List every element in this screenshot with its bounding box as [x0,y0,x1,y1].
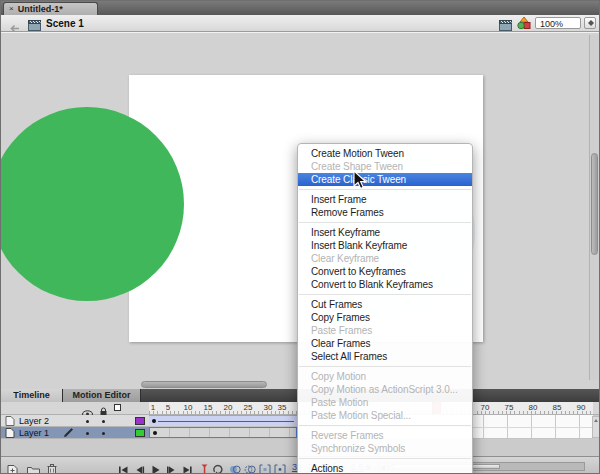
menu-item-cut-frames[interactable]: Cut Frames [298,298,472,311]
menu-item-remove-frames[interactable]: Remove Frames [298,206,472,219]
layer2-color-swatch[interactable] [135,417,145,425]
ruler-label-80: 80 [529,403,538,412]
menu-item-convert-to-keyframes[interactable]: Convert to Keyframes [298,265,472,278]
ruler-label-20: 20 [224,403,233,412]
ruler-label-75: 75 [505,403,514,412]
menu-separator [299,294,471,295]
menu-separator [299,366,471,367]
ruler-label-10: 10 [184,403,193,412]
onion-skin-icon[interactable] [229,461,241,474]
layer1-visible-dot[interactable] [86,432,89,435]
menu-separator [299,425,471,426]
ruler-label-90: 90 [577,403,586,412]
menu-item-copy-motion-as-actionscript-3-0: Copy Motion as ActionScript 3.0... [298,383,472,396]
zoom-level-field[interactable]: 100% [535,17,581,29]
stage-vertical-scrollbar[interactable] [589,35,599,380]
menu-separator [299,222,471,223]
frame-context-menu: Create Motion TweenCreate Shape TweenCre… [297,143,473,474]
empty-frame-grid[interactable] [473,415,593,439]
page-icon [5,428,15,440]
menu-item-insert-keyframe[interactable]: Insert Keyframe [298,226,472,239]
menu-item-insert-blank-keyframe[interactable]: Insert Blank Keyframe [298,239,472,252]
menu-item-create-shape-tween: Create Shape Tween [298,160,472,173]
tab-motion-editor[interactable]: Motion Editor [63,389,141,402]
menu-item-create-motion-tween[interactable]: Create Motion Tween [298,147,472,160]
stage-horizontal-scrollbar[interactable] [11,381,581,388]
layer1-selected-span[interactable] [149,427,297,438]
ruler-label-30: 30 [264,403,273,412]
menu-item-copy-frames[interactable]: Copy Frames [298,311,472,324]
ruler-label-85: 85 [553,403,562,412]
stage-vertical-scroll-thumb[interactable] [591,153,598,255]
play-icon[interactable] [150,461,161,474]
document-title: Untitled-1* [18,4,63,14]
timeline-vertical-scrollbar[interactable] [592,416,600,438]
menu-item-clear-frames[interactable]: Clear Frames [298,337,472,350]
cursor-icon [353,170,367,195]
ruler-label-15: 15 [204,403,213,412]
loop-icon[interactable] [212,461,224,474]
document-tab[interactable]: × Untitled-1* [3,2,98,15]
ruler-label-35: 35 [278,403,287,412]
ruler-label-5: 5 [166,403,170,412]
menu-item-paste-motion-special: Paste Motion Special... [298,409,472,422]
tween-line [158,421,294,422]
stage-horizontal-scroll-thumb[interactable] [141,381,267,388]
layer2-name-cell[interactable]: Layer 2 [1,415,149,427]
menu-item-reverse-frames: Reverse Frames [298,429,472,442]
scene-name: Scene 1 [46,18,84,29]
delete-layer-icon[interactable] [47,461,57,474]
ruler-label-25: 25 [244,403,253,412]
new-layer-icon[interactable] [7,461,19,474]
menu-item-insert-frame[interactable]: Insert Frame [298,193,472,206]
layer1-color-swatch[interactable] [135,429,145,437]
layer-name[interactable]: Layer 1 [19,428,49,438]
last-frame-icon[interactable] [182,461,193,474]
outline-icon[interactable] [114,404,121,411]
menu-item-create-classic-tween[interactable]: Create Classic Tween [298,173,472,186]
ruler-label-70: 70 [481,403,490,412]
onion-markers-icon[interactable] [259,461,271,474]
new-folder-icon[interactable] [27,461,40,474]
layer-name[interactable]: Layer 2 [19,416,49,426]
document-tab-strip: × Untitled-1* [1,1,599,16]
edit-bar: Scene 1 100% [1,15,599,32]
menu-item-copy-motion: Copy Motion [298,370,472,383]
center-frame-icon[interactable] [199,461,210,474]
ruler-label-1: 1 [151,403,155,412]
edit-multiple-frames-icon[interactable] [274,461,286,474]
menu-item-actions[interactable]: Actions [298,462,472,474]
step-forward-icon[interactable] [166,461,177,474]
step-back-icon[interactable] [134,461,145,474]
layer1-name-cell[interactable]: Layer 1 [1,427,149,439]
keyframe-icon [153,431,157,435]
menu-item-paste-motion: Paste Motion [298,396,472,409]
menu-item-clear-keyframe: Clear Keyframe [298,252,472,265]
flash-application-window: × Untitled-1* Scene 1 [0,0,600,474]
tab-timeline[interactable]: Timeline [1,389,63,402]
onion-outline-icon[interactable] [244,461,256,474]
first-frame-icon[interactable] [118,461,129,474]
menu-separator [299,458,471,459]
layer1-lock-dot[interactable] [102,432,105,435]
layer2-visible-dot[interactable] [86,420,89,423]
menu-item-synchronize-symbols: Synchronize Symbols [298,442,472,455]
layer2-tween-span[interactable] [149,415,297,426]
keyframe-icon [152,419,156,423]
zoom-stepper-icon[interactable] [584,17,596,29]
pencil-icon [63,428,75,440]
menu-item-convert-to-blank-keyframes[interactable]: Convert to Blank Keyframes [298,278,472,291]
menu-item-select-all-frames[interactable]: Select All Frames [298,350,472,363]
close-icon[interactable]: × [9,5,14,13]
menu-item-paste-frames: Paste Frames [298,324,472,337]
menu-separator [299,189,471,190]
layer2-lock-dot[interactable] [102,420,105,423]
